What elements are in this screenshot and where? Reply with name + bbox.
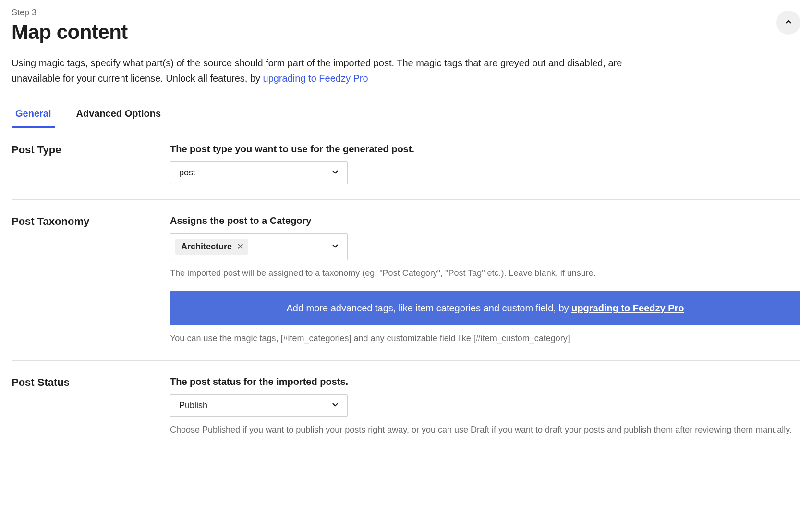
chevron-down-icon <box>331 168 339 178</box>
banner-text: Add more advanced tags, like item catego… <box>286 303 571 313</box>
intro-text: Using magic tags, specify what part(s) o… <box>12 55 645 86</box>
chevron-down-icon <box>331 242 339 252</box>
banner-upgrade-link[interactable]: upgrading to Feedzy Pro <box>571 303 684 313</box>
post-status-help: Choose Published if you want to publish … <box>170 423 800 436</box>
post-type-label: The post type you want to use for the ge… <box>170 144 800 155</box>
chevron-down-icon <box>331 400 339 410</box>
post-type-select[interactable]: post <box>170 161 348 184</box>
post-type-value: post <box>179 168 195 178</box>
tab-advanced-options[interactable]: Advanced Options <box>72 100 165 128</box>
section-title-post-type: Post Type <box>12 144 170 156</box>
post-status-label: The post status for the imported posts. <box>170 376 800 387</box>
taxonomy-help-1: The imported post will be assigned to a … <box>170 267 800 280</box>
chevron-up-icon <box>784 17 793 28</box>
remove-tag-icon[interactable]: ✕ <box>237 242 244 251</box>
section-post-status: Post Status The post status for the impo… <box>12 361 800 452</box>
section-post-type: Post Type The post type you want to use … <box>12 128 800 200</box>
post-status-select[interactable]: Publish <box>170 394 348 417</box>
step-label: Step 3 <box>12 8 128 18</box>
post-taxonomy-select[interactable]: Architecture ✕ <box>170 233 348 260</box>
section-post-taxonomy: Post Taxonomy Assigns the post to a Cate… <box>12 200 800 361</box>
taxonomy-tag: Architecture ✕ <box>175 239 248 255</box>
upgrade-banner: Add more advanced tags, like item catego… <box>170 291 800 325</box>
tabs: General Advanced Options <box>12 100 800 128</box>
post-taxonomy-label: Assigns the post to a Category <box>170 215 800 226</box>
post-status-value: Publish <box>179 400 207 410</box>
text-cursor <box>253 241 253 252</box>
collapse-button[interactable] <box>776 11 800 35</box>
tab-general[interactable]: General <box>12 100 55 128</box>
section-title-post-status: Post Status <box>12 376 170 389</box>
taxonomy-tag-label: Architecture <box>181 242 232 252</box>
section-title-post-taxonomy: Post Taxonomy <box>12 215 170 228</box>
taxonomy-help-2: You can use the magic tags, [#item_categ… <box>170 332 800 345</box>
page-title: Map content <box>12 21 128 44</box>
upgrade-link[interactable]: upgrading to Feedzy Pro <box>263 73 368 84</box>
